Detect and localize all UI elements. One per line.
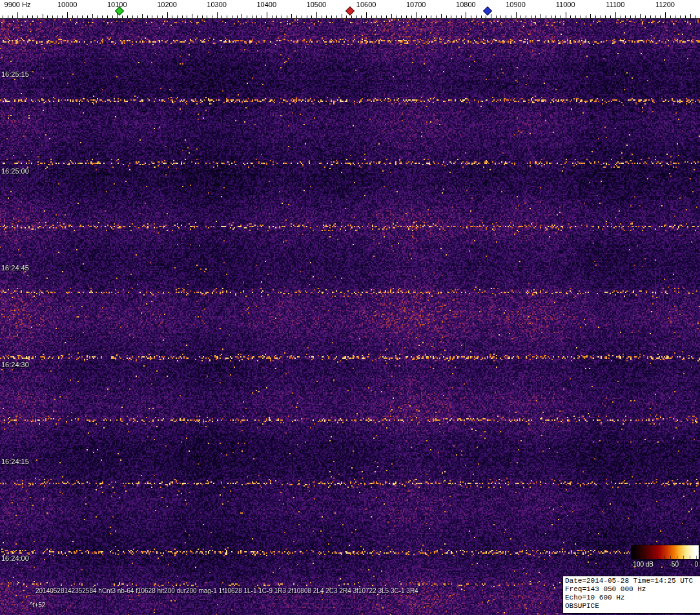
ruler-tick xyxy=(581,15,581,18)
ruler-tick xyxy=(172,15,172,18)
ruler-tick xyxy=(221,15,222,18)
ruler-tick xyxy=(665,12,666,18)
ruler-tick xyxy=(17,12,18,18)
ruler-label: 9900 Hz xyxy=(5,1,31,8)
cursor-readout: ^t+52 xyxy=(30,601,45,609)
ruler-label: 10000 xyxy=(57,1,77,8)
ruler-tick xyxy=(267,12,267,18)
legend-max-label: 0 xyxy=(694,561,698,568)
ruler-tick xyxy=(630,15,631,18)
status-info-box: Date=2014-05-28 Time=14:25 UTC Freq=143 … xyxy=(562,576,700,614)
ruler-tick xyxy=(62,15,63,18)
ruler-tick xyxy=(291,14,292,18)
ruler-tick xyxy=(511,15,511,18)
ruler-tick xyxy=(680,15,681,18)
ruler-tick xyxy=(82,15,83,18)
ruler-tick xyxy=(107,15,108,18)
ruler-tick xyxy=(695,15,695,18)
ruler-tick xyxy=(621,15,621,18)
ruler-tick xyxy=(516,12,517,18)
ruler-tick xyxy=(476,15,477,18)
ruler-tick xyxy=(590,14,591,18)
ruler-tick xyxy=(381,15,382,18)
ruler-tick xyxy=(177,15,178,18)
info-frequency: Freq=143 050 000 Hz xyxy=(565,585,698,594)
ruler-tick xyxy=(555,15,556,18)
ruler-tick xyxy=(142,14,143,18)
ruler-tick xyxy=(237,15,238,18)
ruler-tick xyxy=(486,15,486,18)
db-color-legend: -100 dB -50 0 xyxy=(631,545,698,568)
legend-min-label: -100 dB xyxy=(631,561,654,568)
ruler-tick xyxy=(496,15,497,18)
ruler-tick xyxy=(526,15,526,18)
ruler-tick xyxy=(396,15,396,18)
ruler-tick xyxy=(32,15,33,18)
ruler-tick xyxy=(316,12,317,18)
ruler-tick xyxy=(391,14,392,18)
ruler-tick xyxy=(247,15,247,18)
ruler-tick xyxy=(331,15,332,18)
info-station: OBSUPICE xyxy=(565,602,698,610)
ruler-tick xyxy=(561,15,561,18)
ruler-label: 10600 xyxy=(356,1,376,8)
ruler-tick xyxy=(232,15,232,18)
ruler-tick xyxy=(256,15,257,18)
ruler-tick xyxy=(421,15,422,18)
ruler-tick xyxy=(137,15,138,18)
ruler-tick xyxy=(37,15,38,18)
ruler-tick xyxy=(456,15,457,18)
ruler-tick xyxy=(8,15,8,18)
ruler-tick xyxy=(157,15,158,18)
ruler-tick xyxy=(520,15,521,18)
ruler-tick xyxy=(595,15,596,18)
ruler-tick xyxy=(77,15,78,18)
ruler-tick xyxy=(296,15,297,18)
ruler-tick xyxy=(132,15,133,18)
ruler-tick xyxy=(506,15,506,18)
ruler-tick xyxy=(272,15,273,18)
ruler-tick xyxy=(311,15,312,18)
ruler-tick xyxy=(416,12,417,18)
ruler-tick xyxy=(197,15,198,18)
ruler-tick xyxy=(336,15,337,18)
info-date-time: Date=2014-05-28 Time=14:25 UTC xyxy=(565,577,698,585)
ruler-tick xyxy=(67,12,68,18)
ruler-tick xyxy=(566,12,566,18)
ruler-tick xyxy=(426,15,427,18)
ruler-tick xyxy=(570,15,571,18)
ruler-tick xyxy=(12,15,13,18)
ruler-tick xyxy=(187,15,187,18)
ruler-tick xyxy=(431,15,431,18)
ruler-tick xyxy=(605,15,606,18)
ruler-tick xyxy=(645,15,646,18)
ruler-tick xyxy=(207,15,207,18)
ruler-tick xyxy=(531,15,531,18)
colorbar-labels: -100 dB -50 0 xyxy=(631,561,698,568)
marker-red-diamond-icon[interactable] xyxy=(345,6,355,15)
ruler-tick xyxy=(326,15,327,18)
spectrogram-app-window: 9900 Hz100001010010200103001040010500106… xyxy=(0,0,700,615)
ruler-tick xyxy=(182,15,183,18)
ruler-tick xyxy=(575,15,576,18)
ruler-tick xyxy=(411,15,412,18)
ruler-tick xyxy=(690,14,691,18)
ruler-tick xyxy=(307,15,307,18)
ruler-tick xyxy=(401,15,402,18)
ruler-label: 11200 xyxy=(655,1,675,8)
detection-log-text: 20140528142352584 hCnt3 nb-64 f10628 hit… xyxy=(36,587,418,594)
ruler-tick xyxy=(57,15,58,18)
ruler-tick xyxy=(227,15,227,18)
ruler-tick xyxy=(481,15,482,18)
ruler-tick xyxy=(535,15,536,18)
ruler-tick xyxy=(650,15,651,18)
legend-mid-label: -50 xyxy=(670,561,679,568)
ruler-tick xyxy=(356,15,357,18)
ruler-tick xyxy=(436,15,437,18)
ruler-tick xyxy=(287,15,287,18)
spectrogram-canvas[interactable] xyxy=(0,18,700,615)
ruler-tick xyxy=(27,15,28,18)
ruler-tick xyxy=(23,15,23,18)
frequency-ruler[interactable]: 9900 Hz100001010010200103001040010500106… xyxy=(0,0,700,19)
ruler-tick xyxy=(625,15,626,18)
